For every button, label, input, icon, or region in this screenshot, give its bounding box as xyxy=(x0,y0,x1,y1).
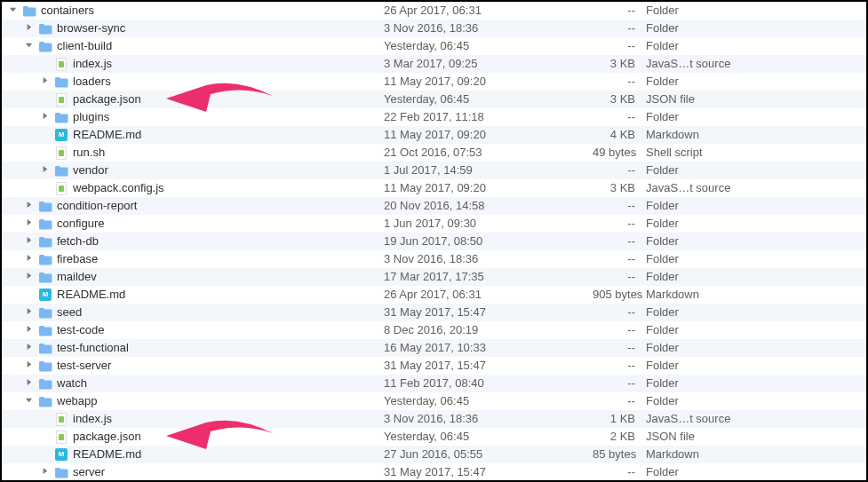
disclosure-triangle[interactable] xyxy=(25,272,36,282)
folder-icon xyxy=(54,163,68,178)
date-modified: 20 Nov 2016, 14:58 xyxy=(384,197,593,215)
file-kind: Folder xyxy=(646,304,866,321)
file-name: containers xyxy=(41,2,94,20)
file-row[interactable]: containers26 Apr 2017, 06:31--Folder xyxy=(2,2,866,20)
disclosure-triangle[interactable] xyxy=(41,112,52,122)
name-column: client-build xyxy=(2,37,384,55)
file-row[interactable]: fetch-db19 Jun 2017, 08:50--Folder xyxy=(2,233,866,250)
file-row[interactable]: watch11 Feb 2017, 08:40--Folder xyxy=(2,375,866,392)
disclosure-triangle[interactable] xyxy=(41,165,52,176)
file-kind: Folder xyxy=(646,215,866,233)
disclosure-triangle[interactable] xyxy=(25,23,36,34)
date-modified: Yesterday, 06:45 xyxy=(384,428,593,446)
disclosure-triangle[interactable] xyxy=(9,5,20,16)
disclosure-triangle[interactable] xyxy=(25,201,36,211)
disclosure-triangle xyxy=(41,94,52,105)
file-row[interactable]: webpack.config.js11 May 2017, 09:203 KBJ… xyxy=(2,179,866,197)
file-size: -- xyxy=(593,304,646,321)
disclosure-triangle[interactable] xyxy=(25,325,36,336)
file-row[interactable]: package.jsonYesterday, 06:453 KBJSON fil… xyxy=(2,91,866,108)
file-row[interactable]: firebase3 Nov 2016, 18:36--Folder xyxy=(2,250,866,268)
name-column: firebase xyxy=(2,250,384,268)
file-row[interactable]: MREADME.md26 Apr 2017, 06:31905 bytesMar… xyxy=(2,286,866,304)
file-size: -- xyxy=(593,162,646,179)
file-size: -- xyxy=(593,392,646,410)
name-column: webpack.config.js xyxy=(2,179,384,197)
file-size: 3 KB xyxy=(593,179,646,197)
disclosure-triangle[interactable] xyxy=(25,218,36,229)
name-column: server xyxy=(2,463,384,481)
date-modified: 3 Nov 2016, 18:36 xyxy=(384,20,593,37)
date-modified: 3 Nov 2016, 18:36 xyxy=(384,250,593,268)
file-size: 85 bytes xyxy=(593,446,646,463)
file-row[interactable]: server31 May 2017, 15:47--Folder xyxy=(2,463,866,481)
name-column: webapp xyxy=(2,392,384,410)
file-row[interactable]: maildev17 Mar 2017, 17:35--Folder xyxy=(2,268,866,286)
file-size: 2 KB xyxy=(593,428,646,446)
file-kind: Markdown xyxy=(646,446,866,463)
name-column: test-functional xyxy=(2,339,384,357)
file-row[interactable]: browser-sync3 Nov 2016, 18:36--Folder xyxy=(2,20,866,37)
file-row[interactable]: package.jsonYesterday, 06:452 KBJSON fil… xyxy=(2,428,866,446)
folder-icon xyxy=(38,323,52,337)
disclosure-triangle[interactable] xyxy=(25,343,36,353)
file-row[interactable]: condition-report20 Nov 2016, 14:58--Fold… xyxy=(2,197,866,215)
file-row[interactable]: test-code8 Dec 2016, 20:19--Folder xyxy=(2,321,866,339)
disclosure-triangle[interactable] xyxy=(25,378,36,389)
markdown-icon: M xyxy=(38,288,52,302)
file-row[interactable]: index.js3 Nov 2016, 18:361 KBJavaS…t sou… xyxy=(2,410,866,428)
file-name: firebase xyxy=(57,250,98,268)
file-size: -- xyxy=(593,268,646,286)
name-column: MREADME.md xyxy=(2,446,384,463)
date-modified: 17 Mar 2017, 17:35 xyxy=(384,268,593,286)
date-modified: 31 May 2017, 15:47 xyxy=(384,304,593,321)
disclosure-triangle[interactable] xyxy=(25,236,36,247)
file-name: fetch-db xyxy=(57,233,99,250)
disclosure-triangle[interactable] xyxy=(25,307,36,318)
js-file-icon xyxy=(54,57,68,71)
date-modified: 27 Jun 2016, 05:55 xyxy=(384,446,593,463)
disclosure-triangle[interactable] xyxy=(25,41,36,51)
disclosure-triangle[interactable] xyxy=(25,396,36,407)
date-modified: 1 Jun 2017, 09:30 xyxy=(384,215,593,233)
disclosure-triangle[interactable] xyxy=(25,254,36,265)
disclosure-triangle[interactable] xyxy=(25,360,36,371)
file-row[interactable]: loaders11 May 2017, 09:20--Folder xyxy=(2,73,866,91)
file-row[interactable]: configure1 Jun 2017, 09:30--Folder xyxy=(2,215,866,233)
file-row[interactable]: MREADME.md27 Jun 2016, 05:5585 bytesMark… xyxy=(2,446,866,463)
disclosure-triangle[interactable] xyxy=(41,76,52,87)
file-row[interactable]: plugins22 Feb 2017, 11:18--Folder xyxy=(2,108,866,126)
file-row[interactable]: index.js3 Mar 2017, 09:253 KBJavaS…t sou… xyxy=(2,55,866,73)
file-name: webapp xyxy=(57,392,98,410)
file-kind: Folder xyxy=(646,463,866,481)
file-row[interactable]: test-server31 May 2017, 15:47--Folder xyxy=(2,357,866,375)
disclosure-triangle[interactable] xyxy=(41,467,52,478)
file-name: test-server xyxy=(57,357,111,375)
file-size: -- xyxy=(593,20,646,37)
file-kind: Folder xyxy=(646,37,866,55)
file-kind: Folder xyxy=(646,250,866,268)
folder-icon xyxy=(38,252,52,266)
file-row[interactable]: run.sh21 Oct 2016, 07:5349 bytesShell sc… xyxy=(2,144,866,162)
file-kind: Folder xyxy=(646,339,866,357)
file-name: loaders xyxy=(73,73,111,91)
date-modified: 3 Nov 2016, 18:36 xyxy=(384,410,593,428)
file-row[interactable]: client-buildYesterday, 06:45--Folder xyxy=(2,37,866,55)
name-column: loaders xyxy=(2,73,384,91)
name-column: maildev xyxy=(2,268,384,286)
file-row[interactable]: MREADME.md11 May 2017, 09:204 KBMarkdown xyxy=(2,126,866,144)
name-column: fetch-db xyxy=(2,233,384,250)
date-modified: 11 May 2017, 09:20 xyxy=(384,73,593,91)
file-size: -- xyxy=(593,321,646,339)
file-row[interactable]: test-functional16 May 2017, 10:33--Folde… xyxy=(2,339,866,357)
file-kind: Folder xyxy=(646,321,866,339)
folder-icon xyxy=(38,217,52,231)
date-modified: 31 May 2017, 15:47 xyxy=(384,357,593,375)
file-row[interactable]: seed31 May 2017, 15:47--Folder xyxy=(2,304,866,321)
file-row[interactable]: vendor1 Jul 2017, 14:59--Folder xyxy=(2,162,866,179)
file-row[interactable]: webappYesterday, 06:45--Folder xyxy=(2,392,866,410)
name-column: test-code xyxy=(2,321,384,339)
date-modified: 11 Feb 2017, 08:40 xyxy=(384,375,593,392)
name-column: MREADME.md xyxy=(2,286,384,304)
date-modified: 19 Jun 2017, 08:50 xyxy=(384,233,593,250)
